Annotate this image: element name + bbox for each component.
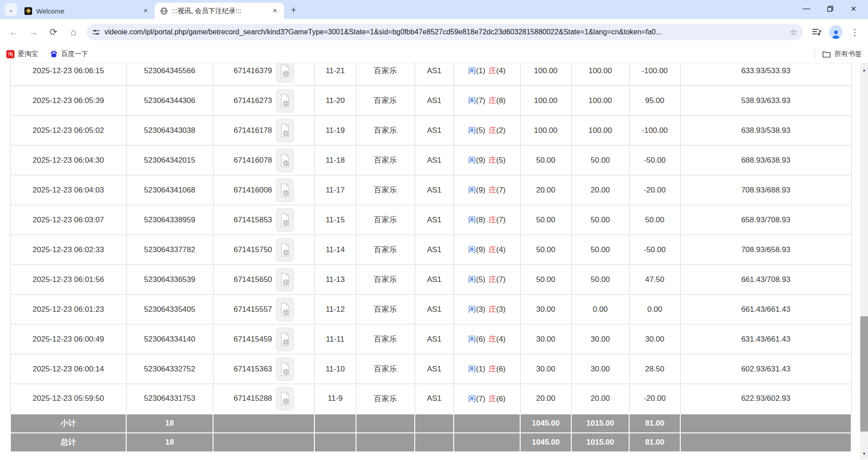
cell-bet-amount[interactable]: 100.00 bbox=[520, 86, 571, 116]
video-replay-icon[interactable] bbox=[276, 178, 294, 202]
xian-label: 闲 bbox=[468, 305, 476, 314]
vertical-scrollbar[interactable]: ▲ ▼ bbox=[860, 63, 868, 460]
cell-game-type: 百家乐 bbox=[356, 205, 415, 235]
video-replay-icon[interactable] bbox=[276, 387, 294, 410]
media-playlist-icon bbox=[812, 28, 822, 36]
video-replay-icon[interactable] bbox=[276, 119, 294, 142]
scrollbar-thumb[interactable] bbox=[860, 316, 868, 432]
cell-win-loss: 95.00 bbox=[629, 86, 680, 116]
cell-bet-amount[interactable]: 50.00 bbox=[520, 205, 571, 235]
video-replay-icon[interactable] bbox=[276, 63, 294, 83]
cell-game-number: 671416178 bbox=[213, 116, 314, 146]
taobao-icon: 淘 bbox=[6, 50, 14, 58]
video-replay-icon[interactable] bbox=[276, 357, 294, 381]
reload-button[interactable]: ⟳ bbox=[44, 23, 62, 41]
profile-button[interactable] bbox=[828, 24, 844, 40]
all-bookmarks-button[interactable]: 所有书签 bbox=[815, 50, 862, 59]
cell-result: 闲(9)庄(4) bbox=[454, 235, 520, 265]
cell-win-loss: -100.00 bbox=[629, 116, 680, 146]
tab-search-button[interactable]: ⌄ bbox=[5, 3, 17, 16]
zhuang-label: 庄 bbox=[489, 156, 496, 164]
table-row: 2025-12-23 06:06:15 523064345566 6714163… bbox=[10, 63, 851, 86]
cell-bet-amount[interactable]: 50.00 bbox=[520, 146, 571, 175]
video-replay-icon[interactable] bbox=[276, 298, 294, 321]
browser-menu-button[interactable]: ⋮ bbox=[847, 24, 863, 40]
cell-bet-amount[interactable]: 100.00 bbox=[520, 63, 571, 86]
cell-game-number: 671415557 bbox=[213, 295, 314, 324]
cell-win-loss: -20.00 bbox=[629, 384, 680, 414]
media-control-button[interactable] bbox=[809, 24, 825, 40]
cell-valid-amount: 100.00 bbox=[571, 86, 629, 116]
cell-valid-amount: 20.00 bbox=[571, 384, 629, 414]
tab-close-icon[interactable]: × bbox=[270, 6, 280, 15]
video-replay-icon[interactable] bbox=[276, 149, 294, 172]
cell-bet-number: 523064338959 bbox=[126, 205, 213, 235]
xian-label: 闲 bbox=[468, 365, 476, 373]
cell-bet-number: 523064336539 bbox=[126, 265, 213, 295]
xian-label: 闲 bbox=[468, 186, 476, 194]
cell-game-type: 百家乐 bbox=[356, 175, 415, 205]
cell-bet-amount[interactable]: 20.00 bbox=[520, 175, 571, 205]
scroll-down-arrow[interactable]: ▼ bbox=[860, 448, 868, 460]
minimize-icon: — bbox=[803, 5, 810, 13]
table-row: 2025-12-23 06:01:56 523064336539 6714156… bbox=[10, 265, 851, 295]
xian-label: 闲 bbox=[468, 66, 476, 75]
tab-welcome[interactable]: Welcome × bbox=[19, 3, 155, 19]
xian-label: 闲 bbox=[468, 335, 476, 343]
cell-balance: 658.93/708.93 bbox=[680, 205, 851, 235]
tab-close-icon[interactable]: × bbox=[141, 6, 150, 15]
cell-bet-amount[interactable]: 20.00 bbox=[520, 384, 571, 414]
cell-bet-amount[interactable]: 30.00 bbox=[520, 354, 571, 384]
bookmark-taobao[interactable]: 淘 爱淘宝 bbox=[6, 50, 38, 58]
video-replay-icon[interactable] bbox=[276, 238, 294, 262]
tab-betrecord[interactable]: :::视讯, 会员下注纪录::: × bbox=[155, 3, 284, 19]
cell-bet-amount[interactable]: 30.00 bbox=[520, 295, 571, 324]
cell-balance: 661.43/661.43 bbox=[680, 295, 851, 324]
cell-win-loss: 0.00 bbox=[629, 295, 680, 324]
address-bar[interactable]: videoie.com/ipl/portal.php/game/betrecor… bbox=[87, 24, 803, 40]
url-text[interactable]: videoie.com/ipl/portal.php/game/betrecor… bbox=[104, 28, 790, 36]
cell-bet-amount[interactable]: 50.00 bbox=[520, 265, 571, 295]
scroll-up-arrow[interactable]: ▲ bbox=[860, 64, 868, 76]
video-replay-icon[interactable] bbox=[276, 89, 294, 113]
tune-icon bbox=[92, 28, 100, 36]
cell-bet-amount[interactable]: 100.00 bbox=[520, 116, 571, 146]
bookmark-baidu[interactable]: 百度一下 bbox=[50, 50, 88, 58]
cell-bet-amount[interactable]: 30.00 bbox=[520, 324, 571, 354]
tab-strip: ⌄ Welcome × :::视讯, 会员下注纪录::: × + — × bbox=[0, 0, 868, 19]
cell-game-type: 百家乐 bbox=[356, 235, 415, 265]
cell-platform: AS1 bbox=[415, 265, 454, 295]
video-replay-icon[interactable] bbox=[276, 268, 294, 291]
back-button[interactable]: ← bbox=[5, 23, 23, 41]
cell-bet-amount[interactable]: 50.00 bbox=[520, 235, 571, 265]
cell-table-number: 11-12 bbox=[314, 295, 356, 324]
bookmark-label: 爱淘宝 bbox=[18, 50, 38, 58]
cell-result: 闲(3)庄(3) bbox=[454, 295, 520, 324]
subtotal-label: 小计 bbox=[10, 414, 126, 433]
cell-platform: AS1 bbox=[415, 146, 454, 175]
cell-result: 闲(5)庄(7) bbox=[454, 265, 520, 295]
cell-game-number: 671416273 bbox=[213, 86, 314, 116]
restore-button[interactable] bbox=[818, 0, 842, 17]
video-replay-icon[interactable] bbox=[276, 328, 294, 351]
cell-game-number: 671415459 bbox=[213, 324, 314, 354]
bookmark-star-icon[interactable]: ☆ bbox=[790, 27, 797, 38]
cell-game-number: 671415363 bbox=[213, 354, 314, 384]
cell-bet-number: 523064341068 bbox=[126, 175, 213, 205]
cell-bet-time: 2025-12-23 06:00:14 bbox=[10, 354, 126, 384]
video-replay-icon[interactable] bbox=[276, 208, 294, 232]
minimize-button[interactable]: — bbox=[795, 0, 818, 17]
close-window-button[interactable]: × bbox=[842, 0, 865, 17]
cell-platform: AS1 bbox=[415, 384, 454, 414]
cell-game-type: 百家乐 bbox=[356, 324, 415, 354]
cell-bet-time: 2025-12-23 05:59:50 bbox=[10, 384, 126, 414]
cell-result: 闲(6)庄(4) bbox=[454, 324, 520, 354]
cell-valid-amount: 50.00 bbox=[571, 235, 629, 265]
table-row: 2025-12-23 06:00:49 523064334140 6714154… bbox=[10, 324, 851, 354]
cell-game-type: 百家乐 bbox=[356, 63, 415, 86]
cell-result: 闲(9)庄(5) bbox=[454, 146, 520, 175]
new-tab-button[interactable]: + bbox=[287, 3, 300, 17]
cell-valid-amount: 0.00 bbox=[571, 295, 629, 324]
forward-button[interactable]: → bbox=[24, 23, 43, 41]
home-button[interactable]: ⌂ bbox=[64, 23, 82, 41]
